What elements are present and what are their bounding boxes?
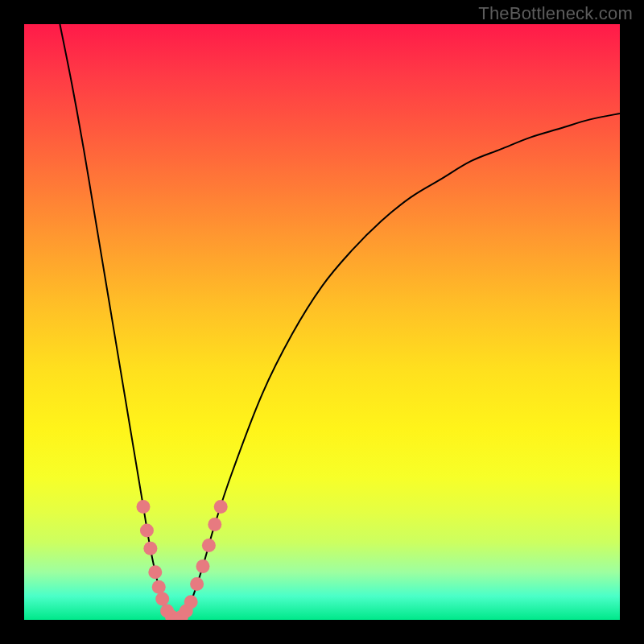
data-marker	[208, 518, 221, 531]
data-marker	[152, 580, 166, 594]
marker-group	[137, 500, 228, 620]
curve-right-branch	[179, 114, 620, 620]
data-marker	[184, 595, 198, 609]
data-marker	[214, 500, 228, 514]
data-marker	[190, 577, 204, 591]
watermark-text: TheBottleneck.com	[478, 3, 633, 24]
data-marker	[202, 539, 216, 552]
data-marker	[137, 500, 151, 514]
chart-frame: TheBottleneck.com	[0, 0, 644, 644]
data-marker	[148, 565, 162, 579]
data-marker	[143, 542, 157, 555]
data-marker	[196, 559, 210, 573]
data-marker	[155, 592, 169, 606]
curve-left-branch	[60, 24, 179, 620]
data-marker	[140, 524, 154, 538]
curves-svg	[24, 24, 620, 620]
plot-area	[24, 24, 620, 620]
